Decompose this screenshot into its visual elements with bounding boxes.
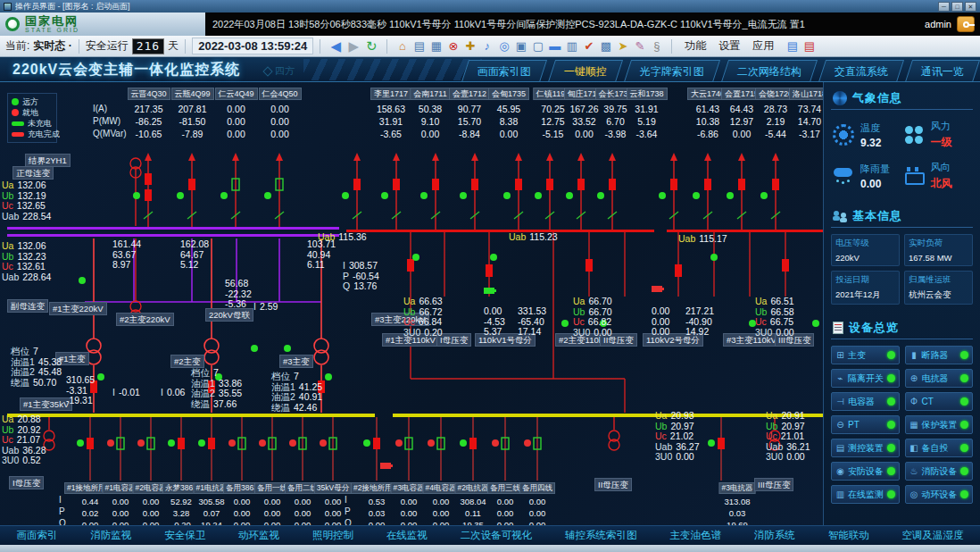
menu-icon[interactable]: ▤: [801, 39, 818, 53]
feeder-name[interactable]: 备用四线: [519, 482, 555, 494]
bottom-nav-item[interactable]: 消防系统: [749, 527, 801, 544]
header-tab[interactable]: 一键顺控: [548, 60, 623, 82]
feeder-name[interactable]: 云晋4Q30: [127, 88, 170, 100]
feeder-name[interactable]: #2电抗器: [455, 482, 492, 494]
header-tab[interactable]: 画面索引图: [461, 60, 547, 82]
bottom-nav-item[interactable]: 在线监视: [381, 527, 433, 544]
feeder-measurement: 0.00: [105, 507, 136, 519]
bay-label[interactable]: 正母连变: [12, 166, 54, 180]
bay-label[interactable]: #1主变220kV: [49, 302, 107, 315]
toolbar-icon[interactable]: ▥: [563, 39, 580, 53]
bottom-nav-item[interactable]: 安全保卫: [159, 527, 211, 544]
toolbar-icon[interactable]: ✔: [580, 39, 597, 53]
nav-arrow-icon[interactable]: ◀: [327, 38, 345, 54]
equipment-item[interactable]: ▤ 测控装置: [831, 439, 900, 457]
feeder-name[interactable]: 会南1711: [410, 88, 450, 100]
close-button[interactable]: ✕: [965, 2, 976, 12]
bay-label[interactable]: III母压变: [754, 478, 793, 491]
toolbar-icon[interactable]: ✎: [631, 39, 648, 53]
equipment-item[interactable]: Φ CT: [905, 392, 974, 411]
equipment-item[interactable]: ◉ 安防设备: [831, 462, 900, 481]
toolbar-icon[interactable]: ✚: [461, 39, 478, 53]
bottom-nav-item[interactable]: 动环监视: [233, 527, 285, 544]
bottom-nav-item[interactable]: 空调及温湿度: [897, 527, 969, 544]
feeder-name[interactable]: #4电容器: [423, 482, 460, 494]
equipment-item[interactable]: ⊣ 电容器: [831, 392, 900, 411]
equipment-item[interactable]: ⊞ 主变: [831, 346, 900, 364]
header-tab[interactable]: 二次网络结构: [721, 60, 818, 82]
feeder-name[interactable]: 仁会4Q50: [258, 88, 301, 100]
bay-label[interactable]: 副母连变: [7, 299, 48, 313]
bottom-nav-item[interactable]: 消防监视: [85, 527, 137, 544]
nav-arrow-icon[interactable]: ▶: [345, 38, 362, 54]
maximize-button[interactable]: □: [951, 2, 963, 12]
bottom-nav-item[interactable]: 智能联动: [823, 527, 875, 544]
bay-label[interactable]: #3主变: [279, 355, 313, 368]
equipment-item[interactable]: ▮ 断路器: [905, 346, 974, 364]
nav-arrow-icon[interactable]: ↻: [362, 38, 380, 54]
measurement-label: I: [343, 261, 345, 272]
bottom-nav-item[interactable]: 主变油色谱: [664, 527, 727, 544]
equipment-item[interactable]: ⊖ PT: [831, 415, 900, 434]
toolbar-icon[interactable]: ◎: [495, 39, 512, 53]
feeder-name[interactable]: 云瓶4Q99: [170, 88, 213, 100]
bottom-nav-item[interactable]: 画面索引: [11, 527, 62, 544]
login-key-button[interactable]: [957, 16, 975, 32]
feeder-name[interactable]: #3电容器: [391, 482, 428, 494]
measurement-block: Ua 20.91 Ub 20.97 Uc 21.01 Uab 36.21 3U0…: [766, 411, 810, 463]
equipment-item[interactable]: ▦ 保护装置: [905, 415, 974, 434]
menu-icon[interactable]: ▤: [784, 39, 801, 53]
equipment-item[interactable]: ♨ 消防设备: [905, 462, 974, 481]
feeder-name[interactable]: 备用三线: [487, 482, 523, 494]
feeder-measurement: 0.00: [318, 519, 348, 525]
weather-item: 温度 9.32: [833, 120, 903, 150]
menu-item[interactable]: 设置: [712, 38, 746, 54]
weather-item-icon: [903, 124, 925, 146]
bottom-nav-item[interactable]: 照明控制: [307, 527, 359, 544]
toolbar-icon[interactable]: §: [648, 39, 665, 53]
equipment-item[interactable]: ⌁ 隔离开关: [831, 369, 900, 388]
measurement-value: 0.00: [484, 306, 502, 317]
header-tab[interactable]: 交直流系统: [818, 60, 904, 82]
bay-label[interactable]: I母压变: [9, 476, 44, 489]
bottom-nav-item[interactable]: 辅控系统索引图: [560, 527, 643, 544]
feeder-name[interactable]: 仁云4Q49: [214, 88, 257, 100]
equipment-item[interactable]: ▥ 在线监测: [831, 485, 900, 504]
feeder-name[interactable]: #3电抗器: [719, 482, 756, 494]
minimize-button[interactable]: ─: [938, 2, 950, 12]
menu-item[interactable]: 功能: [678, 38, 712, 54]
measurement-value: 17.14: [518, 327, 541, 338]
feeder-name[interactable]: 李里1717: [370, 88, 411, 100]
toolbar-icon[interactable]: ⌂: [394, 39, 411, 53]
feeder-bay: #3电抗器 313.080.0319.69: [719, 482, 755, 525]
menu-item[interactable]: 应用: [746, 38, 780, 54]
toolbar-icon[interactable]: ⊗: [444, 39, 461, 53]
toolbar-icon[interactable]: ▢: [529, 39, 546, 53]
equipment-item[interactable]: ◎ 动环设备: [905, 485, 974, 504]
toolbar-icon[interactable]: ➤: [614, 39, 631, 53]
equipment-item[interactable]: ◧ 备自投: [905, 439, 974, 457]
bay-label[interactable]: #2主变220kV: [116, 313, 174, 326]
toolbar-icon[interactable]: ▣: [512, 39, 529, 53]
feeder-name[interactable]: 洛山1718: [789, 88, 823, 100]
bay-label[interactable]: 220kV母联: [205, 308, 253, 322]
header-tab[interactable]: 通讯一览: [905, 60, 980, 82]
toolbar-icon[interactable]: ▦: [428, 39, 444, 53]
equipment-item[interactable]: ⊕ 电抗器: [905, 369, 974, 388]
feeder-bay: #2电容器 0.000.000.00: [136, 482, 166, 525]
feeder-bay: #1电容器 0.000.000.00: [105, 482, 136, 525]
toolbar-icon[interactable]: ▤: [411, 39, 428, 53]
bottom-nav-item[interactable]: 二次设备可视化: [455, 527, 538, 544]
toolbar-icon[interactable]: ♪: [478, 39, 495, 53]
feeder-name[interactable]: 会壹1712: [449, 88, 490, 100]
bay-label[interactable]: 结界2YH1: [25, 154, 71, 167]
feeder-measurement: 0.00: [227, 496, 257, 507]
equipment-icon: ⊞: [835, 350, 845, 360]
mode-selector[interactable]: 当前: 实时态 ·: [5, 38, 72, 54]
header-tab[interactable]: 光字牌索引图: [624, 60, 720, 82]
measurement-value: 0.20: [424, 328, 442, 339]
toolbar-icon[interactable]: ▩: [597, 39, 614, 53]
bay-label[interactable]: II母压变: [594, 478, 632, 491]
bay-label[interactable]: #2主变: [170, 355, 204, 368]
toolbar-icon[interactable]: ▬: [546, 39, 563, 53]
